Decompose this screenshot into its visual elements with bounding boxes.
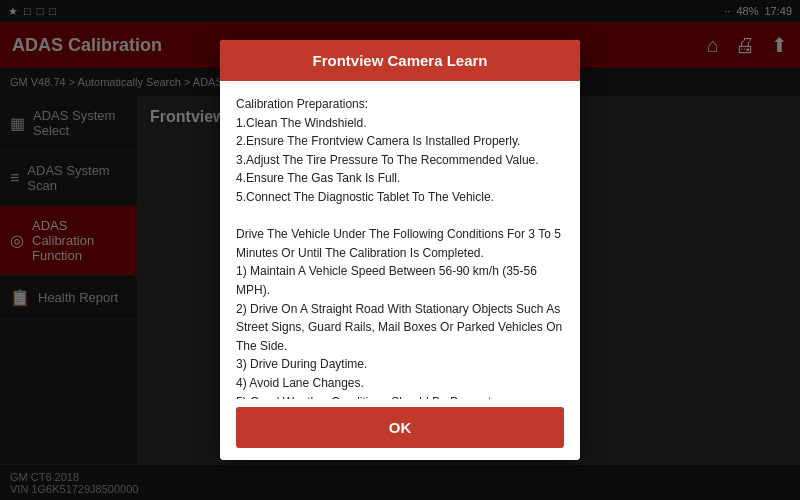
modal-dialog: Frontview Camera Learn Calibration Prepa… [220,40,580,460]
modal-ok-button[interactable]: OK [236,407,564,448]
modal-overlay: Frontview Camera Learn Calibration Prepa… [0,0,800,500]
modal-title: Frontview Camera Learn [312,52,487,69]
modal-header: Frontview Camera Learn [220,40,580,81]
modal-body: Calibration Preparations:1.Clean The Win… [220,81,580,399]
modal-content: Calibration Preparations:1.Clean The Win… [236,97,562,399]
modal-footer: OK [220,399,580,460]
